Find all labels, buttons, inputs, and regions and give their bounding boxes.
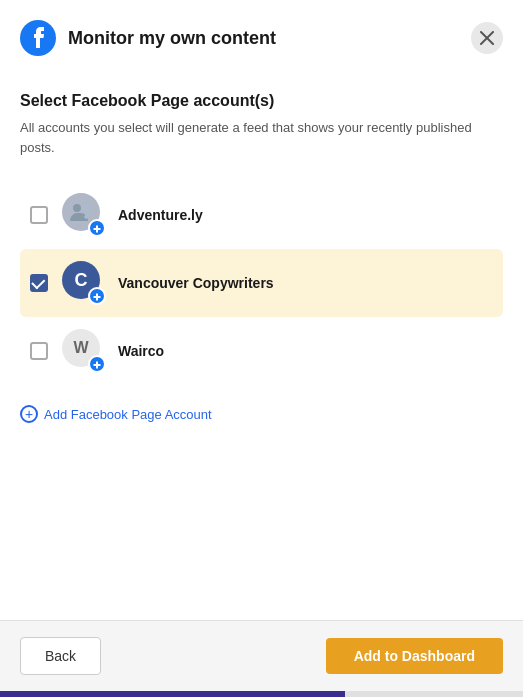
checkbox-adventurely[interactable] <box>30 206 48 224</box>
plus-icon: + <box>20 405 38 423</box>
checkbox-vancouver[interactable] <box>30 274 48 292</box>
avatar-vancouver: C <box>62 261 106 305</box>
account-item-wairco[interactable]: W Wairco <box>20 317 503 385</box>
modal-body: Select Facebook Page account(s) All acco… <box>0 72 523 620</box>
add-facebook-account-link[interactable]: + Add Facebook Page Account <box>20 405 503 423</box>
modal: Monitor my own content Select Facebook P… <box>0 0 523 697</box>
modal-title: Monitor my own content <box>68 28 471 49</box>
account-item-vancouver[interactable]: C Vancouver Copywriters <box>20 249 503 317</box>
avatar-adventurely <box>62 193 106 237</box>
account-name-adventurely: Adventure.ly <box>118 207 203 223</box>
svg-point-3 <box>73 204 81 212</box>
add-to-dashboard-button[interactable]: Add to Dashboard <box>326 638 503 674</box>
account-list: Adventure.ly C Vancouver Copywriters <box>20 181 503 385</box>
account-name-vancouver: Vancouver Copywriters <box>118 275 274 291</box>
back-button[interactable]: Back <box>20 637 101 675</box>
account-name-wairco: Wairco <box>118 343 164 359</box>
avatar-badge-vancouver <box>88 287 106 305</box>
avatar-wairco: W <box>62 329 106 373</box>
facebook-icon <box>20 20 56 56</box>
close-button[interactable] <box>471 22 503 54</box>
avatar-badge-wairco <box>88 355 106 373</box>
modal-header: Monitor my own content <box>0 0 523 72</box>
svg-point-4 <box>83 205 90 212</box>
modal-footer: Back Add to Dashboard <box>0 620 523 691</box>
section-title: Select Facebook Page account(s) <box>20 92 503 110</box>
progress-bar-container <box>0 691 523 697</box>
account-item-adventurely[interactable]: Adventure.ly <box>20 181 503 249</box>
add-account-label: Add Facebook Page Account <box>44 407 212 422</box>
section-description: All accounts you select will generate a … <box>20 118 503 157</box>
checkbox-wairco[interactable] <box>30 342 48 360</box>
avatar-badge-adventurely <box>88 219 106 237</box>
progress-bar-fill <box>0 691 345 697</box>
